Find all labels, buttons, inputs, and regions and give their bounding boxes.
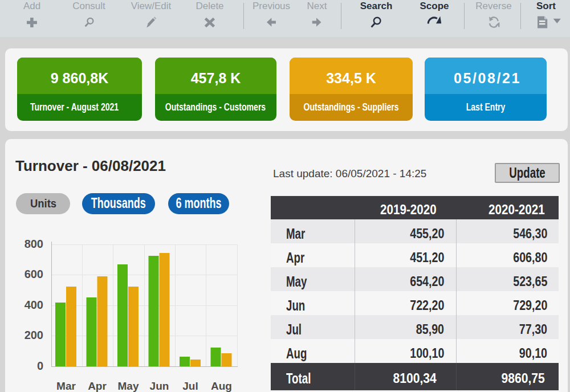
svg-text:May: May: [118, 380, 139, 392]
svg-text:400: 400: [25, 299, 43, 311]
svg-text:600: 600: [25, 268, 43, 280]
svg-text:Jul: Jul: [182, 380, 198, 392]
svg-text:Aug: Aug: [211, 380, 232, 392]
svg-text:200: 200: [25, 329, 43, 341]
svg-text:800: 800: [25, 238, 43, 250]
svg-text:Apr: Apr: [88, 380, 107, 392]
svg-text:0: 0: [37, 360, 43, 372]
svg-text:Mar: Mar: [56, 380, 76, 392]
svg-text:Jun: Jun: [150, 380, 169, 392]
